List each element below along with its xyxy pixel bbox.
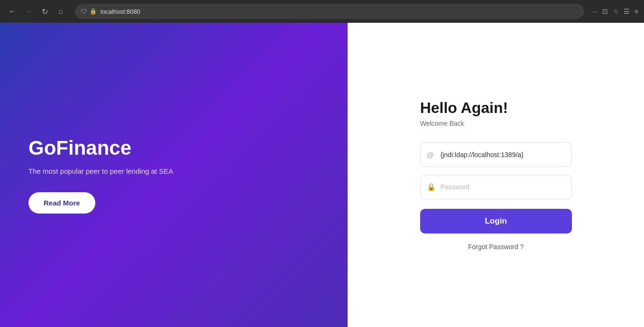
left-panel: GoFinance The most popular peer to peer … (0, 23, 348, 327)
library-icon[interactable]: ☰ (624, 8, 630, 15)
brand-title: GoFinance (28, 137, 319, 159)
url-text: localhost:8080 (101, 8, 579, 15)
bookmark-icon[interactable]: ☆ (613, 8, 619, 15)
right-panel: Hello Again! Welcome Back @ 🔒 Login Forg… (348, 23, 644, 327)
browser-actions: ··· ⊡ ☆ ☰ ≡ (592, 8, 638, 15)
back-button[interactable]: ← (6, 5, 19, 18)
password-input-wrapper: 🔒 (420, 175, 572, 199)
login-form: Hello Again! Welcome Back @ 🔒 Login Forg… (420, 99, 572, 251)
password-lock-icon: 🔒 (427, 183, 436, 191)
home-button[interactable]: ⌂ (54, 5, 67, 18)
login-subtitle: Welcome Back (420, 120, 572, 127)
brand-tagline: The most popular peer to peer lending at… (28, 167, 319, 175)
email-input[interactable] (420, 142, 572, 167)
read-more-button[interactable]: Read More (28, 192, 95, 214)
menu-icon[interactable]: ≡ (635, 8, 638, 15)
shield-icon: 🛡 (81, 8, 87, 15)
forward-button[interactable]: → (22, 5, 35, 18)
login-title: Hello Again! (420, 99, 572, 117)
password-input[interactable] (420, 175, 572, 199)
main-content: GoFinance The most popular peer to peer … (0, 23, 644, 327)
browser-toolbar: ← → ↻ ⌂ 🛡 🔒 localhost:8080 ··· ⊡ ☆ ☰ ≡ (0, 0, 644, 23)
more-options-icon[interactable]: ··· (592, 8, 598, 15)
forgot-password-link[interactable]: Forgot Password ? (420, 243, 572, 251)
email-input-wrapper: @ (420, 142, 572, 167)
login-button[interactable]: Login (420, 209, 572, 234)
refresh-button[interactable]: ↻ (38, 5, 51, 18)
address-bar[interactable]: 🛡 🔒 localhost:8080 (75, 4, 584, 19)
lock-icon: 🔒 (90, 8, 97, 15)
email-icon: @ (427, 151, 434, 159)
address-icons: 🛡 🔒 (81, 8, 97, 15)
pocket-icon[interactable]: ⊡ (602, 8, 608, 15)
nav-buttons: ← → ↻ ⌂ (6, 5, 67, 18)
